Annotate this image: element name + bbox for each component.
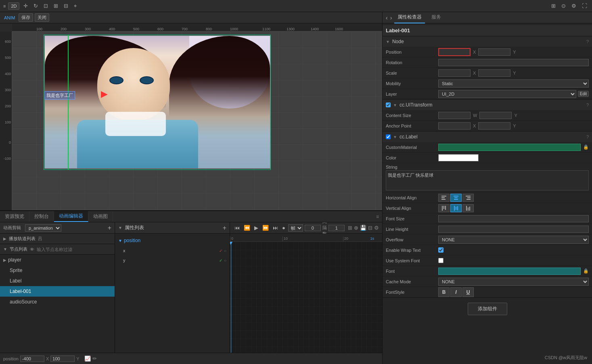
tl-next-btn[interactable]: ⏩ — [261, 224, 270, 232]
tab-menu-btn[interactable]: ≡ — [373, 214, 382, 220]
tl-frame-select[interactable]: 帧 — [288, 224, 303, 232]
node-sprite[interactable]: Sprite — [0, 265, 115, 276]
node-audio-source[interactable]: audioSource — [0, 297, 115, 307]
tl-export-icon[interactable]: ⊟ — [368, 225, 372, 231]
label-element[interactable]: 我是也字工厂 — [44, 91, 75, 100]
node-player[interactable]: ▶ player — [0, 255, 115, 265]
camera-icon[interactable]: ⊙ — [560, 2, 567, 10]
tl-to-start-btn[interactable]: ⏮ — [233, 224, 241, 232]
prop-position-y-input[interactable]: 100 — [478, 48, 510, 56]
node-label-001[interactable]: Label-001 — [0, 286, 115, 297]
prop-mobility-select[interactable]: Static — [438, 79, 589, 88]
prop-color-swatch[interactable] — [438, 154, 479, 161]
snap-icon[interactable]: ⌖ — [72, 2, 78, 10]
prop-color-hex-input[interactable]: FFFFFF — [480, 155, 504, 160]
prop-anchor-y-input[interactable]: 0.5 — [478, 122, 510, 130]
tab-console[interactable]: 控制台 — [29, 211, 54, 222]
attr-y[interactable]: y ✓ ○ — [115, 255, 230, 265]
grid-icon[interactable]: ⊞ — [550, 2, 557, 10]
settings-icon[interactable]: ⚙ — [570, 2, 578, 10]
rotate-icon[interactable]: ↻ — [32, 2, 40, 10]
rect-icon[interactable]: ⊞ — [52, 2, 60, 10]
tab-inspector[interactable]: 属性检查器 — [394, 12, 425, 23]
eye-icon[interactable]: 👁 — [30, 247, 34, 252]
tl-settings-icon[interactable]: ⚙ — [374, 225, 379, 231]
status-edit-icon[interactable]: ✏ — [92, 356, 97, 362]
tab-anim-graph[interactable]: 动画图 — [88, 211, 113, 222]
halign-right-btn[interactable] — [462, 194, 474, 202]
add-component-btn[interactable]: 添加组件 — [468, 303, 507, 315]
prop-scale-x-input[interactable]: 1 — [438, 69, 471, 77]
prop-layer-edit-btn[interactable]: Edit — [578, 91, 589, 97]
cclabel-checkbox[interactable] — [386, 134, 391, 139]
scene-area[interactable]: 我是也字工厂 ▶ — [12, 31, 382, 210]
prop-scale-y-input[interactable]: 1 — [478, 69, 510, 77]
prop-string-textarea[interactable]: 我是也字工厂 快乐星球 — [386, 170, 589, 190]
prop-sysfont-checkbox[interactable] — [438, 258, 443, 263]
prop-custom-material-input[interactable]: cc.Material — [438, 144, 581, 151]
prop-overflow-select[interactable]: NONE — [438, 236, 589, 244]
tl-record-btn[interactable]: ● — [281, 224, 287, 232]
clip-select[interactable]: p_animation — [25, 224, 61, 232]
prop-cachemode-select[interactable]: NONE — [438, 278, 589, 286]
attr-y-check[interactable]: ✓ — [219, 258, 222, 263]
attr-add-btn[interactable]: + — [223, 224, 226, 232]
halign-left-btn[interactable] — [438, 194, 450, 202]
fontstyle-bold-btn[interactable]: B — [438, 287, 450, 297]
nav-forward-btn[interactable]: › — [390, 15, 392, 21]
valign-top-btn[interactable] — [438, 204, 450, 212]
halign-center-btn[interactable] — [450, 194, 462, 202]
tl-grid-icon[interactable]: ⊞ — [348, 225, 352, 231]
tl-save-icon[interactable]: 💾 — [360, 225, 366, 231]
cclabel-help[interactable]: ? — [586, 134, 589, 139]
fontstyle-italic-btn[interactable]: I — [450, 287, 462, 297]
valign-bottom-btn[interactable] — [462, 204, 474, 212]
node-filter-input[interactable] — [37, 247, 111, 252]
prop-position-x-input[interactable]: -400 — [438, 48, 471, 56]
prop-anchor-x-input[interactable]: 0.5 — [438, 122, 471, 130]
fontstyle-underline-btn[interactable]: U — [462, 287, 474, 297]
prop-content-h-input[interactable]: 50.4 — [479, 112, 512, 119]
tl-copy-icon[interactable]: ⊕ — [354, 225, 358, 231]
tab-anim-editor[interactable]: 动画编辑器 — [54, 211, 88, 222]
node-label[interactable]: Label — [0, 276, 115, 286]
transform-icon[interactable]: ⊟ — [62, 2, 70, 10]
status-chart-icon[interactable]: 📈 — [84, 356, 91, 362]
uitransform-header[interactable]: ▼ cc.UITransform ? — [383, 100, 592, 110]
mode-2d-btn[interactable]: 2D — [8, 2, 19, 10]
attr-x-dot[interactable]: ○ — [224, 249, 226, 253]
attr-group-position[interactable]: ▼ position — [115, 235, 230, 246]
tab-assets[interactable]: 资源预览 — [0, 211, 29, 222]
prop-fontsize-input[interactable]: 20 — [438, 215, 589, 222]
tl-prev-btn[interactable]: ⏪ — [243, 224, 251, 232]
nav-back-btn[interactable]: ‹ — [386, 15, 388, 21]
prop-font-input[interactable]: 也字工厂 快乐星球体 ttf — [438, 268, 581, 275]
status-y-input[interactable] — [50, 356, 75, 362]
uitransform-checkbox[interactable] — [386, 103, 391, 107]
tab-services[interactable]: 服务 — [428, 12, 444, 23]
node-section-header[interactable]: ▼ Node ? — [383, 36, 592, 47]
timeline-content[interactable]: 0 10 20 30 1s — [230, 234, 382, 353]
prop-rotation-input[interactable]: 0 — [438, 59, 589, 66]
viewport[interactable]: ANIM 保存 关闭 100 200 300 400 500 600 700 8… — [0, 12, 382, 211]
move-icon[interactable]: ✛ — [22, 2, 29, 10]
prop-content-w-input[interactable]: 195.33992 — [438, 112, 471, 119]
tl-to-end-btn[interactable]: ⏭ — [272, 224, 279, 232]
anim-btn[interactable]: ANIM — [2, 15, 17, 21]
valign-middle-btn[interactable] — [450, 204, 462, 212]
save-btn[interactable]: 保存 — [19, 13, 33, 22]
attr-x-check[interactable]: ✓ — [219, 249, 222, 253]
uitransform-help[interactable]: ? — [586, 103, 589, 107]
tl-interval-input[interactable]: 1 — [328, 225, 345, 231]
track-add-btn[interactable]: + — [108, 224, 111, 232]
scale-icon[interactable]: ⊡ — [42, 2, 50, 10]
tl-play-btn[interactable]: ▶ — [253, 224, 259, 232]
attr-y-dot[interactable]: ○ — [224, 258, 226, 263]
prop-lineheight-input[interactable]: 40 — [438, 226, 589, 233]
prop-layer-select[interactable]: UI_2D — [438, 90, 576, 98]
tl-current-frame[interactable]: 0 — [305, 225, 321, 231]
close-btn[interactable]: 关闭 — [35, 13, 49, 22]
status-x-input[interactable] — [20, 356, 44, 362]
fullscreen-icon[interactable]: ⛶ — [580, 2, 589, 10]
node-help-icon[interactable]: ? — [586, 39, 589, 44]
